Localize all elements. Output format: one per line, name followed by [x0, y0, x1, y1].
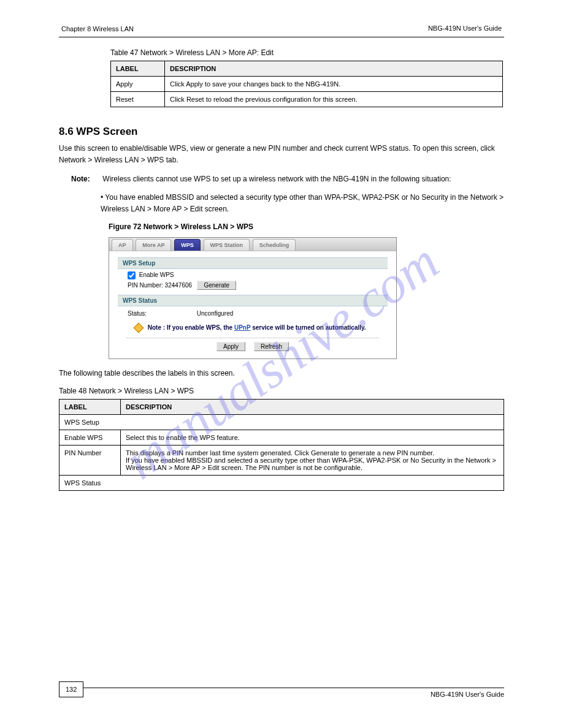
tabs: AP More AP WPS WPS Station Scheduling — [109, 238, 396, 251]
note-text: Wireless clients cannot use WPS to set u… — [102, 175, 451, 183]
cell-desc: Click Reset to reload the previous confi… — [165, 92, 503, 107]
section-heading: 8.6 WPS Screen — [59, 126, 504, 138]
chapter-label: Chapter 8 Wireless LAN — [61, 25, 134, 32]
upnp-note-prefix: Note : If you enable WPS, the — [148, 324, 234, 331]
table48: LABEL DESCRIPTION WPS Setup Enable WPS S… — [59, 399, 504, 491]
page-number: 132 — [59, 681, 83, 697]
note-label: Note: — [71, 173, 101, 185]
section-paragraph: Use this screen to enable/disable WPS, v… — [59, 143, 504, 166]
tab-wps[interactable]: WPS — [174, 239, 201, 251]
note-icon — [134, 323, 144, 333]
upnp-note: Note : If you enable WPS, the UPnP servi… — [118, 322, 388, 334]
table-row: Reset Click Reset to reload the previous… — [111, 92, 503, 107]
table48-intro: The following table describes the labels… — [59, 368, 504, 379]
upnp-note-suffix: service will be turned on automatically. — [250, 324, 366, 331]
cell-label: Reset — [111, 92, 165, 107]
wps-screenshot: AP More AP WPS WPS Station Scheduling WP… — [109, 237, 397, 359]
tab-ap[interactable]: AP — [112, 239, 133, 251]
footer-manual: NBG-419N User's Guide — [431, 691, 504, 698]
status-value: Unconfigured — [197, 310, 233, 317]
enable-wps-checkbox[interactable] — [128, 271, 136, 279]
page-footer: 132 NBG-419N User's Guide — [59, 688, 504, 706]
table47-head-label: LABEL — [111, 61, 165, 77]
cell-desc: Select this to enable the WPS feature. — [121, 430, 504, 446]
table-row: WPS Setup — [59, 415, 504, 430]
page-header: Chapter 8 Wireless LAN NBG-419N User's G… — [59, 25, 504, 37]
table47: LABEL DESCRIPTION Apply Click Apply to s… — [110, 61, 503, 107]
table48-head-desc: DESCRIPTION — [121, 400, 504, 415]
wps-setup-heading: WPS Setup — [118, 257, 388, 269]
wps-status-heading: WPS Status — [118, 295, 388, 306]
tab-wps-station[interactable]: WPS Station — [204, 239, 250, 251]
table47-caption: Table 47 Network > Wireless LAN > More A… — [110, 48, 504, 57]
cell-label: Enable WPS — [59, 430, 121, 446]
table47-head-desc: DESCRIPTION — [165, 61, 503, 77]
cell-desc: Click Apply to save your changes back to… — [165, 77, 503, 92]
pin-value: 32447606 — [165, 282, 193, 289]
section-row: WPS Status — [59, 476, 504, 491]
status-label: Status: — [128, 310, 195, 317]
table-row: PIN Number This displays a PIN number la… — [59, 446, 504, 476]
tab-scheduling[interactable]: Scheduling — [253, 239, 296, 251]
table-row: Enable WPS Select this to enable the WPS… — [59, 430, 504, 446]
manual-label: NBG-419N User's Guide — [428, 25, 502, 32]
pin-label: PIN Number: — [128, 282, 163, 289]
enable-wps-label: Enable WPS — [139, 271, 174, 278]
upnp-link[interactable]: UPnP — [234, 324, 251, 331]
table-row: Apply Click Apply to save your changes b… — [111, 77, 503, 92]
cell-desc: This displays a PIN number last time sys… — [121, 446, 504, 476]
note-block: Note: Wireless clients cannot use WPS to… — [101, 173, 504, 185]
cell-label: Apply — [111, 77, 165, 92]
table48-head-label: LABEL — [59, 400, 121, 415]
table48-caption: Table 48 Network > Wireless LAN > WPS — [59, 387, 504, 395]
tab-more-ap[interactable]: More AP — [136, 239, 171, 251]
cell-label: PIN Number — [59, 446, 121, 476]
figure-label: Figure 72 Network > Wireless LAN > WPS — [109, 222, 504, 231]
table-row: WPS Status — [59, 476, 504, 491]
refresh-button[interactable]: Refresh — [254, 342, 289, 351]
section-row: WPS Setup — [59, 415, 504, 430]
apply-button[interactable]: Apply — [216, 342, 245, 351]
note-bullet: • You have enabled MBSSID and selected a… — [101, 192, 504, 215]
generate-button[interactable]: Generate — [197, 281, 236, 290]
